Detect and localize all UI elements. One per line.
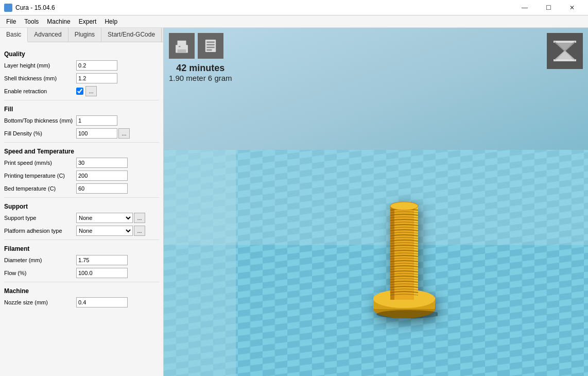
input-diameter[interactable] [76, 255, 128, 265]
left-panel: Basic Advanced Plugins Start/End-GCode Q… [0, 28, 164, 376]
print-material: 1.90 meter 6 gram [169, 74, 232, 82]
svg-rect-14 [206, 47, 214, 48]
divider-2 [4, 142, 159, 143]
close-button[interactable]: ✕ [560, 0, 584, 15]
label-platform-adhesion: Platform adhesion type [4, 228, 76, 234]
label-nozzle-size: Nozzle size (mm) [4, 299, 76, 305]
field-bottom-top-thickness: Bottom/Top thickness (mm) [4, 115, 159, 126]
label-support-type: Support type [4, 215, 76, 221]
label-bed-temp: Bed temperature (C) [4, 185, 76, 192]
field-flow: Flow (%) [4, 267, 159, 279]
field-platform-adhesion: Platform adhesion type None Brim Raft ..… [4, 225, 159, 236]
svg-rect-8 [178, 41, 186, 46]
print-time: 42 minutes [169, 63, 232, 74]
viewport-3d[interactable]: 42 minutes 1.90 meter 6 gram [164, 28, 588, 376]
input-print-speed[interactable] [76, 158, 128, 168]
field-bed-temp: Bed temperature (C) [4, 183, 159, 194]
tab-startend-gcode[interactable]: Start/End-GCode [101, 28, 162, 42]
svg-rect-12 [206, 42, 214, 43]
toolbar-btn-slice[interactable] [198, 33, 223, 59]
support-type-wrapper: None Touching buildplate Everywhere ... [76, 213, 145, 223]
print-icon [173, 37, 191, 55]
label-print-speed: Print speed (mm/s) [4, 160, 76, 166]
menu-bar: File Tools Machine Expert Help [0, 15, 588, 28]
field-support-type: Support type None Touching buildplate Ev… [4, 212, 159, 224]
field-print-temp: Printing temperature (C) [4, 170, 159, 181]
menu-file[interactable]: File [2, 16, 20, 27]
input-flow[interactable] [76, 268, 128, 278]
input-layer-height[interactable] [76, 60, 117, 71]
menu-help[interactable]: Help [100, 16, 122, 27]
input-nozzle-size[interactable] [76, 297, 128, 307]
settings-panel: Quality Layer height (mm) Shell thicknes… [0, 42, 163, 313]
section-filament-title: Filament [4, 245, 159, 252]
tab-advanced[interactable]: Advanced [28, 28, 68, 42]
title-bar: Cura - 15.04.6 — ☐ ✕ [0, 0, 588, 15]
field-fill-density: Fill Density (%) ... [4, 128, 159, 139]
platform-adhesion-wrapper: None Brim Raft ... [76, 226, 145, 236]
dots-support-type[interactable]: ... [134, 213, 145, 223]
label-print-temp: Printing temperature (C) [4, 173, 76, 179]
label-flow: Flow (%) [4, 270, 76, 276]
input-fill-density[interactable] [76, 128, 117, 139]
label-bottom-top-thickness: Bottom/Top thickness (mm) [4, 117, 76, 124]
section-quality-title: Quality [4, 50, 159, 58]
input-bed-temp[interactable] [76, 183, 128, 194]
slice-icon [202, 37, 219, 55]
cura-logo [547, 33, 583, 69]
svg-rect-20 [554, 59, 576, 61]
section-machine-title: Machine [4, 287, 159, 295]
section-speed-title: Speed and Temperature [4, 148, 159, 155]
divider-5 [4, 282, 159, 282]
input-print-temp[interactable] [76, 170, 128, 181]
main-layout: Basic Advanced Plugins Start/End-GCode Q… [0, 28, 588, 376]
field-layer-height: Layer height (mm) [4, 60, 159, 71]
label-enable-retraction: Enable retraction [4, 88, 76, 94]
svg-rect-9 [178, 49, 186, 53]
maximize-button[interactable]: ☐ [537, 0, 560, 15]
toolbar-btn-print[interactable] [169, 33, 195, 59]
dots-fill-density[interactable]: ... [118, 128, 130, 139]
field-diameter: Diameter (mm) [4, 254, 159, 266]
label-layer-height: Layer height (mm) [4, 62, 76, 69]
field-nozzle-size: Nozzle size (mm) [4, 297, 159, 308]
svg-rect-10 [179, 46, 180, 47]
input-shell-thickness[interactable] [76, 73, 117, 83]
tabs: Basic Advanced Plugins Start/End-GCode [0, 28, 163, 42]
cura-logo-icon [549, 36, 580, 66]
print-info: 42 minutes 1.90 meter 6 gram [169, 63, 232, 82]
divider-1 [4, 100, 159, 100]
svg-point-33 [376, 310, 438, 318]
label-fill-density: Fill Density (%) [4, 130, 76, 136]
viewport-toolbar [169, 33, 223, 59]
tab-basic[interactable]: Basic [0, 28, 28, 42]
label-diameter: Diameter (mm) [4, 257, 76, 263]
window-controls: — ☐ ✕ [513, 0, 584, 15]
svg-rect-13 [206, 44, 214, 46]
tab-plugins[interactable]: Plugins [68, 28, 101, 42]
minimize-button[interactable]: — [513, 0, 537, 15]
bolt-object [371, 180, 438, 324]
section-fill-title: Fill [4, 106, 159, 113]
field-enable-retraction: Enable retraction ... [4, 86, 159, 97]
field-print-speed: Print speed (mm/s) [4, 157, 159, 168]
checkbox-retraction[interactable] [76, 88, 83, 95]
dots-retraction[interactable]: ... [85, 86, 97, 96]
select-support-type[interactable]: None Touching buildplate Everywhere [76, 213, 133, 223]
app-icon [4, 4, 12, 12]
section-support-title: Support [4, 203, 159, 210]
divider-3 [4, 197, 159, 198]
title-bar-left: Cura - 15.04.6 [4, 4, 55, 12]
menu-tools[interactable]: Tools [20, 16, 43, 27]
select-platform-adhesion[interactable]: None Brim Raft [76, 226, 133, 236]
menu-expert[interactable]: Expert [75, 16, 101, 27]
menu-machine[interactable]: Machine [43, 16, 74, 27]
svg-rect-15 [206, 49, 212, 51]
divider-4 [4, 240, 159, 240]
input-bottom-top-thickness[interactable] [76, 115, 117, 126]
dots-platform-adhesion[interactable]: ... [134, 226, 145, 236]
app-title: Cura - 15.04.6 [15, 4, 55, 11]
label-shell-thickness: Shell thickness (mm) [4, 75, 76, 81]
svg-rect-19 [554, 41, 576, 43]
field-shell-thickness: Shell thickness (mm) [4, 73, 159, 84]
